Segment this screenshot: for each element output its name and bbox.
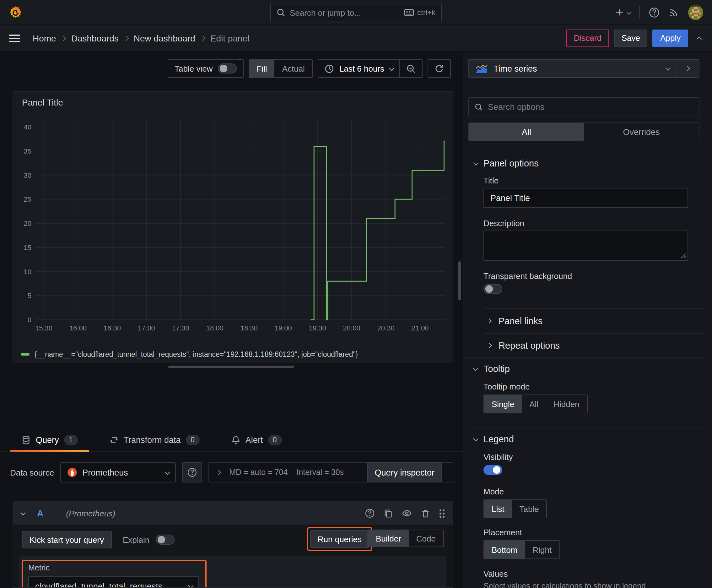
actual-option[interactable]: Actual — [275, 60, 312, 77]
breadcrumb-dashboards[interactable]: Dashboards — [71, 33, 118, 43]
builder-option[interactable]: Builder — [368, 530, 409, 547]
legend-mode-segmented: List Table — [483, 499, 547, 518]
panel-options-header[interactable]: Panel options — [466, 158, 705, 168]
global-search-input[interactable]: Search or jump to... ctrl+k — [270, 4, 442, 21]
tab-query-label: Query — [36, 435, 59, 444]
help-icon[interactable] — [649, 6, 660, 18]
database-icon — [21, 435, 31, 444]
query-editor-card: A (Prometheus) — [13, 501, 453, 588]
svg-text:16:30: 16:30 — [104, 324, 121, 332]
legend-swatch[interactable] — [21, 353, 29, 356]
legend-values-hint: Select values or calculations to show in… — [483, 582, 688, 588]
new-dropdown-button[interactable] — [615, 7, 630, 17]
legend-table-option[interactable]: Table — [512, 500, 546, 518]
chevron-down-icon — [626, 9, 632, 15]
transparent-background-toggle[interactable] — [483, 284, 502, 294]
description-label: Description — [483, 218, 688, 228]
datasource-name: Prometheus — [82, 468, 160, 477]
refresh-button[interactable] — [428, 59, 451, 78]
legend-visibility-toggle[interactable] — [483, 465, 502, 475]
panel-resize-handle[interactable] — [168, 365, 294, 368]
tooltip-hidden-option[interactable]: Hidden — [546, 395, 587, 413]
query-datasource-hint: (Prometheus) — [66, 508, 115, 518]
svg-text:20:00: 20:00 — [343, 324, 360, 332]
tab-overrides[interactable]: Overrides — [584, 123, 699, 141]
collapse-query-icon[interactable] — [20, 510, 26, 516]
kick-start-button[interactable]: Kick start your query — [22, 531, 111, 548]
panel-options-title: Panel options — [483, 158, 539, 168]
news-broadcast-icon[interactable] — [669, 7, 679, 18]
delete-query-icon[interactable] — [421, 508, 430, 518]
placement-right-option[interactable]: Right — [525, 541, 559, 559]
tooltip-single-option[interactable]: Single — [484, 395, 522, 413]
code-option[interactable]: Code — [409, 530, 443, 547]
svg-text:10: 10 — [24, 268, 31, 276]
tooltip-all-option[interactable]: All — [522, 395, 546, 413]
run-queries-button[interactable]: Run queries — [310, 530, 369, 548]
tab-alert-label: Alert — [245, 435, 263, 444]
legend-header[interactable]: Legend — [466, 434, 705, 444]
all-overrides-tabs: All Overrides — [468, 123, 699, 141]
explain-toggle[interactable] — [156, 534, 175, 545]
grafana-logo[interactable] — [9, 5, 23, 19]
panel-toolbar: Table view Fill Actual Last 6 hours — [168, 59, 451, 78]
time-range-control: Last 6 hours — [318, 59, 423, 78]
tab-transform-label: Transform data — [124, 435, 181, 444]
time-range-picker[interactable]: Last 6 hours — [319, 60, 399, 77]
fill-option[interactable]: Fill — [249, 60, 274, 77]
query-inspector-button[interactable]: Query inspector — [367, 462, 442, 482]
tab-query[interactable]: Query 1 — [10, 428, 89, 451]
alert-count-badge: 0 — [268, 435, 282, 445]
tab-transform-data[interactable]: Transform data 0 — [98, 428, 211, 451]
legend-list-option[interactable]: List — [484, 500, 512, 518]
svg-text:0: 0 — [28, 316, 31, 324]
duplicate-query-icon[interactable] — [384, 508, 393, 518]
visualization-picker[interactable]: Time series — [468, 59, 675, 78]
discard-button[interactable]: Discard — [566, 29, 609, 47]
collapse-header-icon[interactable] — [698, 36, 702, 40]
max-data-points: MD = auto = 704 — [229, 468, 287, 477]
metric-annotation: Metric cloudflared_tunnel_total_requests — [22, 560, 207, 588]
tab-all[interactable]: All — [469, 123, 584, 141]
panel-title[interactable]: Panel Title — [22, 97, 63, 107]
panel-links-section[interactable]: Panel links — [466, 309, 705, 333]
metric-select[interactable]: cloudflared_tunnel_total_requests — [28, 576, 199, 588]
query-row-header[interactable]: A (Prometheus) — [13, 502, 453, 525]
breadcrumb-new-dashboard[interactable]: New dashboard — [134, 33, 195, 43]
svg-text:17:00: 17:00 — [138, 324, 155, 332]
resize-corner-icon[interactable] — [681, 253, 686, 259]
datasource-row: Data source Prometheus MD = auto = 704 I… — [10, 462, 453, 482]
panel-title-input[interactable] — [483, 188, 688, 208]
breadcrumb-home[interactable]: Home — [33, 33, 56, 43]
table-view-toggle[interactable] — [218, 63, 236, 74]
save-button[interactable]: Save — [614, 29, 648, 47]
bell-icon — [231, 435, 240, 444]
clock-icon — [325, 64, 335, 73]
tooltip-header[interactable]: Tooltip — [466, 364, 705, 374]
keyboard-icon — [404, 9, 414, 16]
zoom-out-button[interactable] — [399, 60, 422, 77]
tab-alert[interactable]: Alert 0 — [220, 428, 293, 451]
query-help-icon[interactable] — [365, 508, 375, 518]
datasource-help-button[interactable] — [182, 462, 202, 482]
chevron-right-icon — [216, 470, 221, 475]
panel-links-label: Panel links — [498, 316, 542, 326]
menu-icon[interactable] — [9, 34, 20, 42]
legend-mode-label: Mode — [483, 487, 688, 496]
chevron-right-icon — [61, 36, 66, 41]
legend-series-name[interactable]: {__name__="cloudflared_tunnel_total_requ… — [35, 351, 358, 358]
repeat-options-section[interactable]: Repeat options — [466, 334, 705, 357]
timeseries-chart[interactable]: 051015202530354015:3016:0016:3017:0017:3… — [13, 92, 453, 343]
user-avatar[interactable] — [688, 5, 703, 20]
datasource-picker[interactable]: Prometheus — [60, 462, 176, 482]
drag-query-handle[interactable] — [439, 509, 445, 518]
panel-options-sidebar: Time series Search options All Overrides… — [463, 51, 712, 588]
description-textarea[interactable] — [483, 231, 688, 261]
options-search-input[interactable]: Search options — [468, 97, 699, 116]
vertical-scrollbar[interactable] — [458, 261, 461, 300]
placement-bottom-option[interactable]: Bottom — [484, 541, 525, 559]
legend-title: Legend — [483, 434, 514, 444]
viz-suggestions-button[interactable] — [675, 59, 699, 78]
hide-response-icon[interactable] — [402, 508, 412, 518]
apply-button[interactable]: Apply — [653, 29, 688, 47]
